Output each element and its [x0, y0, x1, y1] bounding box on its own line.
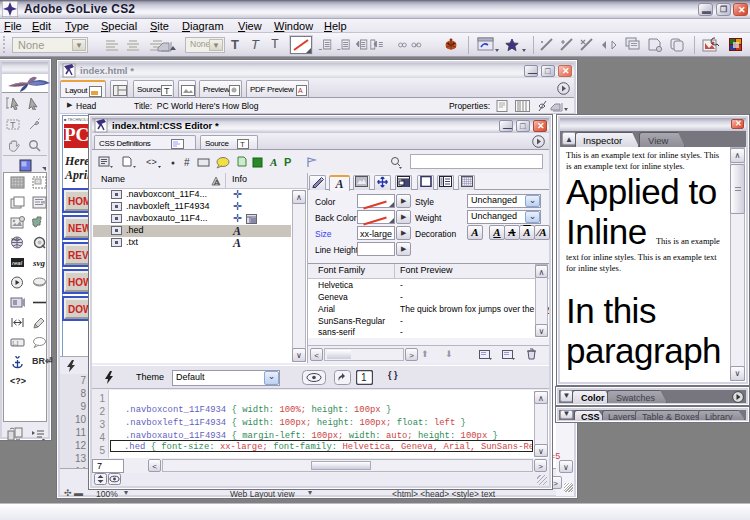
svg-text:P: P	[284, 156, 291, 168]
svg-text:1: 1	[361, 372, 367, 383]
svg-text:[..]: [..]	[13, 340, 19, 346]
svg-text:svg: svg	[32, 258, 45, 268]
svg-text:<>: <>	[146, 158, 157, 168]
svg-text:real: real	[12, 260, 23, 266]
svg-text:T: T	[240, 140, 245, 149]
svg-text:T: T	[10, 120, 16, 130]
svg-text:A: A	[214, 178, 220, 187]
svg-text:SVG: SVG	[11, 237, 19, 242]
svg-text:A: A	[269, 156, 277, 168]
svg-text:T: T	[164, 86, 170, 96]
svg-text:#: #	[184, 157, 190, 168]
svg-text:A: A	[298, 87, 303, 94]
